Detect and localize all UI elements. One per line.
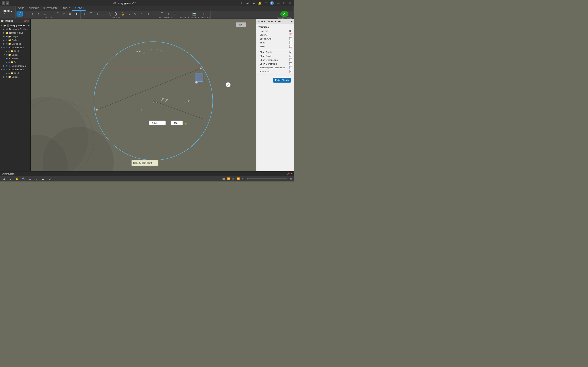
- close-button[interactable]: ✕: [288, 1, 292, 5]
- anim-next-button[interactable]: ⏩: [236, 176, 241, 181]
- modify-tool-2[interactable]: ⌒: [88, 11, 94, 17]
- linetype-control[interactable]: ◀ ▶: [288, 30, 292, 32]
- modify-tool-3[interactable]: ○: [94, 11, 100, 17]
- tree-body1[interactable]: 👁 ■ Body1: [0, 57, 30, 60]
- tree-comp1-bodies[interactable]: ▼ 👁 📁 Bodies: [0, 53, 30, 57]
- polygon-tool[interactable]: △: [42, 11, 48, 17]
- env-button[interactable]: ☁: [40, 176, 46, 182]
- mirror-tool[interactable]: ✛: [73, 11, 80, 17]
- tree-comp1-origin[interactable]: ▶ 👁 📁 Origin: [0, 49, 30, 53]
- snap-checkbox[interactable]: [289, 41, 292, 44]
- view-cube[interactable]: TOP X 2: [236, 22, 246, 33]
- body1-eye[interactable]: 👁: [6, 58, 8, 60]
- browser-expand-icon[interactable]: ▶: [27, 20, 29, 22]
- maximize-button[interactable]: □: [282, 1, 286, 5]
- settings-icon[interactable]: ⚙: [289, 176, 293, 181]
- comp1-sketches-eye[interactable]: 👁: [8, 61, 10, 63]
- anim-play-button[interactable]: ▶: [231, 176, 236, 181]
- viewport[interactable]: ✓ 135.0° 45.0° 5.00 5.00 50.00 Specify n…: [31, 19, 256, 171]
- comp3-eye[interactable]: 👁: [3, 68, 5, 71]
- tab-surface[interactable]: SURFACE: [26, 6, 41, 11]
- tree-origin-1[interactable]: ▶ 👁 📁 Origin: [0, 35, 30, 38]
- comp1-origin-eye[interactable]: 👁: [8, 50, 10, 52]
- timeline-handle[interactable]: [247, 178, 247, 180]
- comp1-eye[interactable]: 👁: [3, 47, 5, 49]
- design-menu-button[interactable]: DESIGN ▾: [2, 10, 14, 15]
- lock-tool[interactable]: 🔒: [120, 11, 126, 17]
- constraint-tool-2[interactable]: ⌒: [159, 11, 165, 17]
- browser-pin-icon[interactable]: 📌: [24, 20, 27, 22]
- offset-tool[interactable]: ⊃: [67, 11, 73, 17]
- constraint-tool-3[interactable]: ○: [165, 11, 172, 17]
- tree-comp3-origin[interactable]: ▶ 👁 📁 Origin: [0, 71, 30, 75]
- comp2-eye[interactable]: 👁: [6, 65, 8, 67]
- show-points-checkbox[interactable]: [289, 55, 292, 57]
- comments-pin-icon[interactable]: 📌: [287, 172, 290, 175]
- anim-first-button[interactable]: ⏮: [221, 176, 226, 181]
- linetype-prev-icon[interactable]: ◀: [288, 30, 290, 32]
- zoom-extent-button[interactable]: ⊡: [27, 176, 33, 182]
- user-avatar[interactable]: JP: [270, 1, 274, 5]
- sketch-grid-checkbox[interactable]: [289, 37, 292, 40]
- tree-bodies-1[interactable]: ▶ 👁 📁 Bodies: [0, 38, 30, 42]
- anim-last-button[interactable]: ⏭: [241, 176, 245, 181]
- timeline-bar[interactable]: [247, 178, 287, 179]
- notification-icon[interactable]: 🔔: [258, 1, 262, 5]
- tree-doc-settings[interactable]: ▶ ⚙ Document Settings: [0, 27, 30, 31]
- visual-style-button[interactable]: □: [34, 176, 40, 182]
- modify-tool-11[interactable]: ⊞: [145, 11, 151, 17]
- tree-named-views[interactable]: ▶ 📁 Named Views: [0, 31, 30, 35]
- modify-tool-6[interactable]: ╳: [113, 11, 119, 17]
- sketches-1-eye[interactable]: 👁: [6, 43, 8, 45]
- show-projected-checkbox[interactable]: [289, 66, 292, 69]
- tree-comp3-bodies[interactable]: ▶ 👁 📁 Bodies: [0, 75, 30, 79]
- modify-tool-10[interactable]: ✕: [138, 11, 145, 17]
- 3d-sketch-checkbox[interactable]: [289, 70, 292, 73]
- comp1-bodies-eye[interactable]: 👁: [6, 54, 8, 56]
- modify-tool-8[interactable]: △: [126, 11, 132, 17]
- linetype-next-icon[interactable]: ▶: [290, 30, 292, 32]
- tree-component1[interactable]: ▼ 👁 □ Component1:1: [0, 46, 30, 49]
- select-tool[interactable]: ⊡: [201, 11, 207, 17]
- tree-sketches-1[interactable]: ▶ 👁 📁 Sketches: [0, 42, 30, 46]
- modify-tool-5[interactable]: ╲: [107, 11, 113, 17]
- grid-display2-button[interactable]: ⊟: [47, 176, 53, 182]
- modify-tool-1[interactable]: ≡: [81, 11, 87, 17]
- cloud-icon[interactable]: ☁: [251, 1, 256, 5]
- finish-sketch-check[interactable]: ✓: [280, 11, 288, 17]
- trim-tool[interactable]: ✂: [61, 11, 67, 17]
- slice-checkbox[interactable]: [289, 45, 292, 48]
- look-at-control[interactable]: 📅: [289, 33, 292, 36]
- constraint-tool-1[interactable]: ⊤: [153, 11, 159, 17]
- circle-tool[interactable]: ○: [29, 11, 35, 17]
- show-profile-checkbox[interactable]: [289, 51, 292, 53]
- show-dimensions-checkbox[interactable]: [289, 58, 292, 61]
- slot-tool[interactable]: ⊣: [48, 11, 54, 17]
- fillet-tool[interactable]: ⌒: [54, 11, 61, 17]
- options-section-header[interactable]: ▼ Options: [256, 25, 294, 29]
- minimize-button[interactable]: —: [276, 1, 280, 5]
- file-menu-icon[interactable]: ≡: [6, 1, 9, 5]
- constraint-tool-4[interactable]: ═: [172, 11, 178, 17]
- tab-sketch[interactable]: SKETCH: [72, 6, 86, 11]
- zoom-button[interactable]: 🔍: [20, 176, 26, 182]
- comments-expand-icon[interactable]: ▶: [291, 172, 292, 175]
- tree-root[interactable]: ▼ 📁 ● sorry game v5 👁: [0, 24, 30, 27]
- help-icon[interactable]: ?: [264, 1, 268, 5]
- tree-component3[interactable]: ▼ 👁 □ Component3:1: [0, 68, 30, 71]
- grid-display-button[interactable]: ⊞: [1, 176, 7, 182]
- origin-1-eye[interactable]: 👁: [6, 35, 8, 38]
- arc-tool[interactable]: ∿: [35, 11, 42, 17]
- modify-tool-9[interactable]: ◎: [132, 11, 138, 17]
- line-tool[interactable]: ╱: [17, 11, 23, 17]
- tree-component2[interactable]: ▶ 👁 □ Component2:1: [0, 64, 30, 68]
- tab-solid[interactable]: SOLID: [16, 6, 26, 11]
- show-constraints-checkbox[interactable]: [289, 62, 292, 65]
- pan-button[interactable]: ✋: [14, 176, 20, 182]
- inspect-tool[interactable]: ⊢: [180, 11, 186, 17]
- modify-tool-4[interactable]: ═: [100, 11, 107, 17]
- insert-image-tool[interactable]: 📷: [191, 11, 197, 17]
- palette-expand-icon[interactable]: ▶: [291, 20, 292, 23]
- orbit-button[interactable]: ⊙: [7, 176, 13, 182]
- anim-prev-button[interactable]: ⏪: [226, 176, 231, 181]
